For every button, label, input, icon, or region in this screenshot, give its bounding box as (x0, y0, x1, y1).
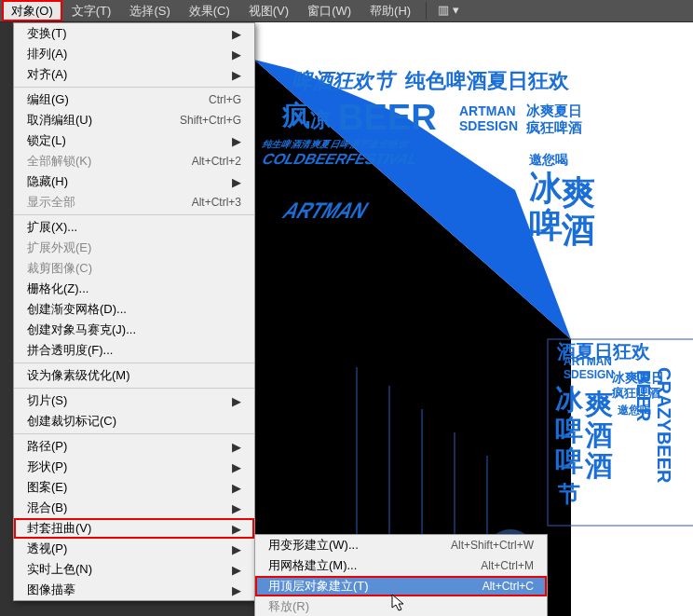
svg-text:疯: 疯 (281, 100, 310, 130)
svg-text:邀您喝: 邀您喝 (528, 152, 568, 167)
menu-item-label: 扩展外观(E) (27, 240, 241, 256)
menu-divider (14, 87, 254, 88)
menu-shortcut: Alt+Shift+Ctrl+W (451, 539, 534, 552)
menu-item-label: 实时上色(N) (27, 561, 232, 578)
menu-item-label: 创建对象马赛克(J)... (27, 322, 241, 338)
submenu-item-label: 释放(R) (268, 598, 534, 615)
svg-text:SDESIGN: SDESIGN (459, 118, 518, 133)
menu-item[interactable]: 取消编组(U)Shift+Ctrl+G (14, 110, 254, 130)
menu-item: 全部解锁(K)Alt+Ctrl+2 (14, 151, 254, 171)
menu-item: 扩展外观(E) (14, 238, 254, 258)
menu-divider (14, 388, 254, 389)
menubar-item-object[interactable]: 对象(O) (2, 0, 62, 21)
submenu-arrow-icon: ▶ (232, 394, 241, 408)
menu-shortcut: Shift+Ctrl+G (180, 114, 241, 127)
submenu-arrow-icon: ▶ (232, 175, 241, 189)
menu-shortcut: Alt+Ctrl+M (481, 559, 534, 572)
menu-item-label: 切片(S) (27, 392, 232, 409)
menu-item-label: 封套扭曲(V) (27, 520, 232, 537)
svg-text:冰: 冰 (529, 169, 564, 207)
svg-text:CRAZYBEER: CRAZYBEER (654, 367, 674, 484)
submenu-item[interactable]: 用网格建立(M)...Alt+Ctrl+M (255, 555, 547, 576)
menu-item[interactable]: 创建渐变网格(D)... (14, 299, 254, 320)
menu-item-label: 变换(T) (27, 25, 232, 42)
menu-item[interactable]: 编组(G)Ctrl+G (14, 89, 254, 110)
menu-item-label: 混合(B) (27, 500, 232, 516)
menu-item-label: 全部解锁(K) (27, 153, 192, 170)
svg-text:啤酒狂欢节: 啤酒狂欢节 (292, 69, 398, 92)
menu-item[interactable]: 图像描摹▶ (14, 580, 254, 600)
menu-item-label: 形状(P) (27, 459, 232, 475)
menu-item[interactable]: 实时上色(N)▶ (14, 559, 254, 580)
menu-item[interactable]: 变换(T)▶ (14, 23, 254, 44)
menu-item-label: 对齐(A) (27, 66, 232, 83)
menu-item[interactable]: 创建对象马赛克(J)... (14, 320, 254, 340)
submenu-item[interactable]: 用顶层对象建立(T)Alt+Ctrl+C (255, 576, 547, 596)
svg-text:COLDBEERFESTIVAL: COLDBEERFESTIVAL (259, 151, 421, 168)
svg-text:冰爽夏日: 冰爽夏日 (526, 103, 582, 118)
svg-text:爽: 爽 (584, 389, 613, 419)
menu-item[interactable]: 锁定(L)▶ (14, 130, 254, 151)
submenu-arrow-icon: ▶ (232, 68, 241, 82)
menu-item-label: 图像描摹 (27, 582, 232, 598)
menu-item[interactable]: 栅格化(Z)... (14, 279, 254, 299)
menu-item-label: 取消编组(U) (27, 112, 180, 129)
menubar-item-select[interactable]: 选择(S) (120, 0, 179, 21)
menu-shortcut: Ctrl+G (209, 93, 241, 106)
menu-item-label: 创建裁切标记(C) (27, 413, 241, 430)
menu-shortcut: Alt+Ctrl+2 (192, 155, 241, 168)
menu-item-label: 透视(P) (27, 541, 232, 557)
svg-text:疯狂啤酒: 疯狂啤酒 (525, 119, 582, 135)
svg-text:啤: 啤 (529, 206, 563, 244)
menu-item[interactable]: 路径(P)▶ (14, 436, 254, 457)
menu-item-label: 设为像素级优化(M) (27, 367, 241, 384)
menubar-item-window[interactable]: 窗口(W) (298, 0, 360, 21)
menu-item-label: 编组(G) (27, 91, 209, 108)
menu-item[interactable]: 拼合透明度(F)... (14, 340, 254, 361)
menu-item[interactable]: 切片(S)▶ (14, 390, 254, 411)
menubar-item-help[interactable]: 帮助(H) (360, 0, 420, 21)
submenu-item-label: 用变形建立(W)... (268, 537, 451, 554)
svg-text:酒: 酒 (561, 211, 595, 249)
menu-item[interactable]: 隐藏(H)▶ (14, 171, 254, 192)
menu-shortcut: Alt+Ctrl+3 (192, 196, 241, 209)
submenu-arrow-icon: ▶ (232, 440, 241, 454)
menu-item[interactable]: 封套扭曲(V)▶ (14, 518, 254, 539)
submenu-item[interactable]: 用变形建立(W)...Alt+Shift+Ctrl+W (255, 535, 547, 555)
menu-divider (14, 363, 254, 363)
svg-text:纯色啤酒夏日狂欢: 纯色啤酒夏日狂欢 (404, 69, 570, 92)
menu-item-label: 图案(E) (27, 479, 232, 496)
menubar-item-effect[interactable]: 效果(C) (180, 0, 239, 21)
svg-text:啤: 啤 (555, 445, 583, 476)
menu-item[interactable]: 混合(B)▶ (14, 498, 254, 518)
canvas[interactable]: 啤酒狂欢节 纯色啤酒夏日狂欢 疯 凉 BEER ARTMAN SDESIGN 冰… (254, 22, 693, 616)
menu-item[interactable]: 透视(P)▶ (14, 539, 254, 559)
submenu-arrow-icon: ▶ (232, 48, 241, 62)
menu-item[interactable]: 创建裁切标记(C) (14, 411, 254, 431)
menu-item-label: 路径(P) (27, 438, 232, 455)
menu-item[interactable]: 图案(E)▶ (14, 477, 254, 498)
svg-text:爽: 爽 (562, 173, 595, 212)
menu-item[interactable]: 排列(A)▶ (14, 44, 254, 64)
svg-text:凉: 凉 (310, 108, 331, 131)
submenu-arrow-icon: ▶ (232, 542, 241, 556)
submenu-arrow-icon: ▶ (232, 522, 241, 536)
menubar-item-view[interactable]: 视图(V) (239, 0, 298, 21)
svg-text:节: 节 (557, 481, 580, 506)
svg-text:啤: 啤 (555, 415, 583, 445)
svg-text:SDESIGN: SDESIGN (564, 368, 614, 381)
menubar-item-type[interactable]: 文字(T) (62, 0, 121, 21)
submenu-arrow-icon: ▶ (232, 460, 241, 474)
menu-item[interactable]: 扩展(X)... (14, 217, 254, 238)
submenu-arrow-icon: ▶ (232, 583, 241, 597)
toolbar-dropdown-icon[interactable]: ▥ ▾ (432, 0, 465, 21)
menu-item[interactable]: 设为像素级优化(M) (14, 365, 254, 386)
menu-item[interactable]: 对齐(A)▶ (14, 64, 254, 85)
menu-item-label: 创建渐变网格(D)... (27, 301, 241, 318)
submenu-arrow-icon: ▶ (232, 501, 241, 515)
envelope-distort-submenu: 用变形建立(W)...Alt+Shift+Ctrl+W用网格建立(M)...Al… (254, 534, 548, 616)
menu-item[interactable]: 形状(P)▶ (14, 457, 254, 477)
submenu-item-label: 用顶层对象建立(T) (268, 578, 482, 595)
separator (426, 2, 427, 20)
artwork: 啤酒狂欢节 纯色啤酒夏日狂欢 疯 凉 BEER ARTMAN SDESIGN 冰… (254, 22, 693, 616)
